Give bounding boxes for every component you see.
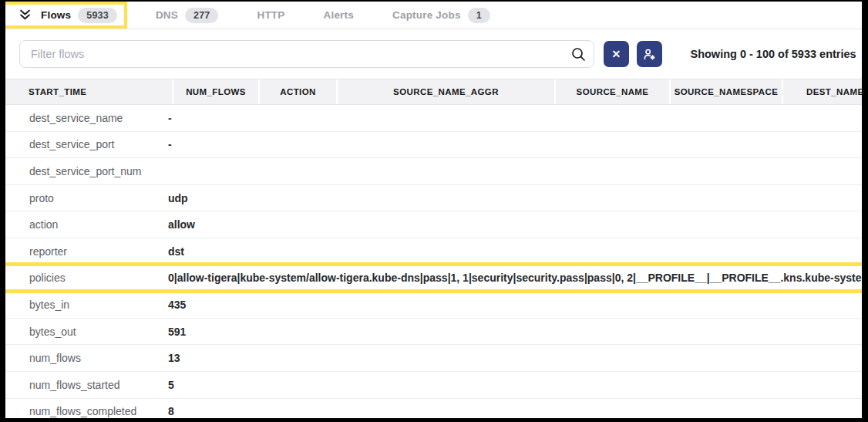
column-header-source-name[interactable]: SOURCE_NAME — [556, 79, 671, 104]
tab-capture-jobs[interactable]: Capture Jobs 1 — [392, 2, 500, 29]
column-header-num-flows[interactable]: NUM_FLOWS — [173, 79, 260, 104]
column-header-source-name-aggr[interactable]: SOURCE_NAME_AGGR — [338, 79, 556, 104]
tab-flows[interactable]: Flows 5933 — [41, 2, 126, 29]
filter-flows-input[interactable] — [19, 40, 594, 68]
detail-value: - — [168, 112, 862, 124]
detail-row-reporter: reporter dst — [5, 238, 862, 265]
detail-row-proto: proto udp — [5, 185, 862, 212]
column-header-action[interactable]: ACTION — [260, 79, 338, 104]
clear-filter-button[interactable]: ✕ — [604, 41, 629, 67]
detail-row-num-flows-started: num_flows_started 5 — [5, 372, 862, 399]
double-chevron-down-icon — [19, 8, 32, 22]
detail-value: udp — [168, 192, 862, 204]
detail-key: proto — [29, 192, 168, 204]
detail-value: 0|allow-tigera|kube-system/allow-tigera.… — [168, 272, 862, 284]
filter-toolbar: ✕ Showing 0 - 100 of 5933 entries ‹ — [5, 29, 862, 79]
tab-flows-label: Flows — [41, 9, 71, 21]
detail-key: dest_service_port_num — [29, 165, 168, 177]
tab-dns-count-badge: 277 — [185, 8, 218, 23]
tab-http[interactable]: HTTP — [257, 2, 294, 29]
entries-summary: Showing 0 - 100 of 5933 entries — [690, 48, 856, 60]
detail-value: 435 — [168, 299, 862, 311]
detail-row-dest-service-port-num: dest_service_port_num — [5, 158, 862, 185]
detail-key: action — [29, 218, 168, 231]
expanded-row-details: dest_service_name - dest_service_port - … — [5, 105, 862, 418]
tab-alerts[interactable]: Alerts — [324, 2, 363, 29]
close-icon: ✕ — [611, 49, 621, 59]
tab-capture-jobs-count-badge: 1 — [468, 8, 490, 23]
detail-row-policies: policies 0|allow-tigera|kube-system/allo… — [5, 265, 862, 292]
tab-dns-label: DNS — [156, 9, 178, 21]
detail-value: 5 — [168, 379, 862, 391]
tab-dns[interactable]: DNS 277 — [156, 2, 228, 29]
column-header-dest-name-aggr[interactable]: DEST_NAME_AGGR — [783, 79, 862, 104]
tab-alerts-label: Alerts — [324, 9, 354, 21]
flow-logs-panel: Flows 5933 DNS 277 HTTP Alerts Capture J… — [5, 2, 862, 418]
detail-key: bytes_in — [29, 299, 168, 311]
search-icon[interactable] — [570, 46, 586, 62]
detail-value: 13 — [168, 352, 862, 364]
person-gear-icon — [643, 48, 656, 61]
filter-input-wrap — [19, 40, 594, 68]
tab-capture-jobs-label: Capture Jobs — [392, 9, 461, 21]
detail-value: 591 — [168, 326, 862, 338]
collapse-panel-button[interactable] — [15, 5, 35, 25]
detail-key: dest_service_port — [29, 138, 168, 150]
column-customizer-button[interactable] — [637, 41, 662, 67]
detail-row-dest-service-name: dest_service_name - — [5, 105, 862, 132]
detail-key: num_flows_started — [29, 379, 168, 391]
detail-key: reporter — [29, 245, 168, 258]
detail-value: dst — [168, 245, 862, 258]
column-header-source-namespace[interactable]: SOURCE_NAMESPACE — [671, 79, 783, 104]
detail-key: num_flows — [29, 352, 168, 364]
detail-key: num_flows_completed — [29, 405, 168, 417]
tab-http-label: HTTP — [257, 9, 284, 21]
tab-bar: Flows 5933 DNS 277 HTTP Alerts Capture J… — [5, 2, 862, 29]
detail-row-bytes-out: bytes_out 591 — [5, 319, 862, 346]
detail-key: bytes_out — [29, 326, 168, 338]
column-header-start-time[interactable]: START_TIME — [5, 79, 173, 104]
detail-value: 8 — [168, 405, 862, 417]
detail-row-dest-service-port: dest_service_port - — [5, 132, 862, 159]
flows-table-header: START_TIME NUM_FLOWS ACTION SOURCE_NAME_… — [5, 79, 862, 105]
detail-key: dest_service_name — [29, 112, 168, 124]
detail-row-bytes-in: bytes_in 435 — [5, 292, 862, 319]
detail-key: policies — [29, 272, 168, 284]
detail-row-action: action allow — [5, 211, 862, 238]
tab-flows-count-badge: 5933 — [78, 8, 117, 23]
detail-row-num-flows: num_flows 13 — [5, 345, 862, 372]
detail-value: allow — [168, 218, 862, 231]
detail-value: - — [168, 138, 862, 150]
detail-row-num-flows-completed: num_flows_completed 8 — [5, 399, 862, 418]
